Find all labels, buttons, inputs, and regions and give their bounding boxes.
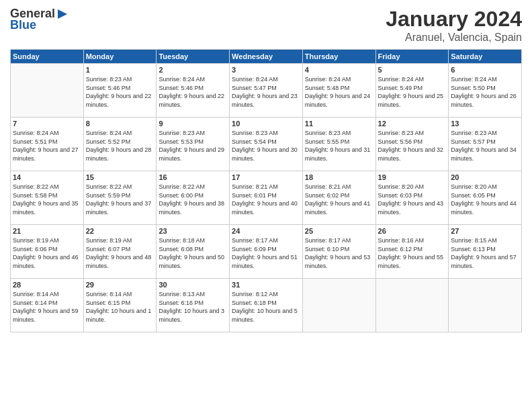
day-number: 23 (159, 227, 227, 235)
day-info: Sunrise: 8:24 AMSunset: 5:48 PMDaylight:… (305, 75, 373, 109)
table-row: 11Sunrise: 8:23 AMSunset: 5:55 PMDayligh… (302, 118, 375, 171)
day-number: 7 (13, 120, 81, 128)
calendar-week-row: 1Sunrise: 8:23 AMSunset: 5:46 PMDaylight… (11, 64, 522, 118)
day-info: Sunrise: 8:24 AMSunset: 5:49 PMDaylight:… (378, 75, 447, 109)
day-info: Sunrise: 8:15 AMSunset: 6:13 PMDaylight:… (451, 236, 519, 270)
day-info: Sunrise: 8:24 AMSunset: 5:51 PMDaylight:… (13, 129, 81, 163)
title-block: January 2024 Aranuel, Valencia, Spain (386, 7, 522, 44)
day-info: Sunrise: 8:23 AMSunset: 5:57 PMDaylight:… (451, 129, 519, 163)
table-row (302, 279, 375, 332)
table-row: 7Sunrise: 8:24 AMSunset: 5:51 PMDaylight… (11, 118, 84, 171)
table-row: 14Sunrise: 8:22 AMSunset: 5:58 PMDayligh… (11, 171, 84, 225)
day-number: 1 (86, 66, 154, 74)
location: Aranuel, Valencia, Spain (386, 32, 522, 44)
day-info: Sunrise: 8:19 AMSunset: 6:07 PMDaylight:… (86, 236, 154, 270)
header-wednesday: Wednesday (230, 50, 303, 64)
day-info: Sunrise: 8:19 AMSunset: 6:06 PMDaylight:… (13, 236, 81, 270)
day-number: 17 (232, 173, 300, 181)
day-info: Sunrise: 8:17 AMSunset: 6:10 PMDaylight:… (305, 236, 373, 270)
table-row: 9Sunrise: 8:23 AMSunset: 5:53 PMDaylight… (157, 118, 230, 171)
calendar-week-row: 7Sunrise: 8:24 AMSunset: 5:51 PMDaylight… (11, 118, 522, 171)
table-row: 16Sunrise: 8:22 AMSunset: 6:00 PMDayligh… (157, 171, 230, 225)
table-row: 19Sunrise: 8:20 AMSunset: 6:03 PMDayligh… (375, 171, 449, 225)
table-row: 20Sunrise: 8:20 AMSunset: 6:05 PMDayligh… (449, 171, 522, 225)
table-row: 1Sunrise: 8:23 AMSunset: 5:46 PMDaylight… (83, 64, 157, 118)
day-number: 2 (159, 66, 227, 74)
day-number: 9 (159, 120, 227, 128)
day-info: Sunrise: 8:20 AMSunset: 6:05 PMDaylight:… (451, 183, 519, 216)
day-number: 22 (86, 227, 154, 235)
day-number: 30 (159, 281, 227, 289)
table-row: 27Sunrise: 8:15 AMSunset: 6:13 PMDayligh… (449, 225, 522, 279)
day-info: Sunrise: 8:17 AMSunset: 6:09 PMDaylight:… (232, 236, 300, 270)
day-number: 28 (13, 281, 81, 289)
day-info: Sunrise: 8:22 AMSunset: 6:00 PMDaylight:… (159, 183, 227, 216)
table-row: 25Sunrise: 8:17 AMSunset: 6:10 PMDayligh… (302, 225, 375, 279)
day-info: Sunrise: 8:16 AMSunset: 6:12 PMDaylight:… (378, 236, 447, 270)
table-row: 8Sunrise: 8:24 AMSunset: 5:52 PMDaylight… (83, 118, 157, 171)
table-row: 22Sunrise: 8:19 AMSunset: 6:07 PMDayligh… (83, 225, 157, 279)
day-info: Sunrise: 8:24 AMSunset: 5:46 PMDaylight:… (159, 75, 227, 109)
day-number: 21 (13, 227, 81, 235)
day-info: Sunrise: 8:23 AMSunset: 5:55 PMDaylight:… (305, 129, 373, 163)
calendar-table: Sunday Monday Tuesday Wednesday Thursday… (10, 49, 522, 332)
day-info: Sunrise: 8:24 AMSunset: 5:50 PMDaylight:… (451, 75, 519, 109)
day-info: Sunrise: 8:23 AMSunset: 5:46 PMDaylight:… (86, 75, 154, 109)
logo: General Blue (10, 7, 69, 32)
table-row: 5Sunrise: 8:24 AMSunset: 5:49 PMDaylight… (375, 64, 449, 118)
day-number: 16 (159, 173, 227, 181)
table-row: 17Sunrise: 8:21 AMSunset: 6:01 PMDayligh… (230, 171, 303, 225)
day-info: Sunrise: 8:20 AMSunset: 6:03 PMDaylight:… (378, 183, 447, 216)
table-row: 18Sunrise: 8:21 AMSunset: 6:02 PMDayligh… (302, 171, 375, 225)
svg-marker-0 (58, 9, 67, 19)
calendar-header-row: Sunday Monday Tuesday Wednesday Thursday… (11, 50, 522, 64)
table-row: 13Sunrise: 8:23 AMSunset: 5:57 PMDayligh… (449, 118, 522, 171)
header-friday: Friday (375, 50, 449, 64)
table-row: 28Sunrise: 8:14 AMSunset: 6:14 PMDayligh… (11, 279, 84, 332)
day-info: Sunrise: 8:23 AMSunset: 5:56 PMDaylight:… (378, 129, 447, 163)
day-number: 20 (451, 173, 519, 181)
day-number: 24 (232, 227, 300, 235)
table-row: 21Sunrise: 8:19 AMSunset: 6:06 PMDayligh… (11, 225, 84, 279)
logo-blue: Blue (10, 18, 69, 32)
header-monday: Monday (83, 50, 157, 64)
header-tuesday: Tuesday (157, 50, 230, 64)
calendar-week-row: 28Sunrise: 8:14 AMSunset: 6:14 PMDayligh… (11, 279, 522, 332)
table-row: 30Sunrise: 8:13 AMSunset: 6:16 PMDayligh… (157, 279, 230, 332)
day-info: Sunrise: 8:14 AMSunset: 6:15 PMDaylight:… (86, 290, 154, 324)
table-row (375, 279, 449, 332)
day-number: 31 (232, 281, 300, 289)
header-saturday: Saturday (449, 50, 522, 64)
day-info: Sunrise: 8:21 AMSunset: 6:01 PMDaylight:… (232, 183, 300, 216)
day-number: 12 (378, 120, 447, 128)
header-sunday: Sunday (11, 50, 84, 64)
day-info: Sunrise: 8:18 AMSunset: 6:08 PMDaylight:… (159, 236, 227, 270)
calendar-week-row: 21Sunrise: 8:19 AMSunset: 6:06 PMDayligh… (11, 225, 522, 279)
day-info: Sunrise: 8:13 AMSunset: 6:16 PMDaylight:… (159, 290, 227, 324)
day-number: 8 (86, 120, 154, 128)
day-number: 13 (451, 120, 519, 128)
table-row: 3Sunrise: 8:24 AMSunset: 5:47 PMDaylight… (230, 64, 303, 118)
table-row: 10Sunrise: 8:23 AMSunset: 5:54 PMDayligh… (230, 118, 303, 171)
header-thursday: Thursday (302, 50, 375, 64)
day-info: Sunrise: 8:12 AMSunset: 6:18 PMDaylight:… (232, 290, 300, 324)
day-number: 3 (232, 66, 300, 74)
day-number: 11 (305, 120, 373, 128)
day-number: 4 (305, 66, 373, 74)
day-info: Sunrise: 8:23 AMSunset: 5:53 PMDaylight:… (159, 129, 227, 163)
day-number: 6 (451, 66, 519, 74)
table-row: 12Sunrise: 8:23 AMSunset: 5:56 PMDayligh… (375, 118, 449, 171)
day-info: Sunrise: 8:14 AMSunset: 6:14 PMDaylight:… (13, 290, 81, 324)
day-info: Sunrise: 8:22 AMSunset: 5:59 PMDaylight:… (86, 183, 154, 216)
table-row (11, 64, 84, 118)
calendar-week-row: 14Sunrise: 8:22 AMSunset: 5:58 PMDayligh… (11, 171, 522, 225)
day-info: Sunrise: 8:24 AMSunset: 5:47 PMDaylight:… (232, 75, 300, 109)
table-row: 29Sunrise: 8:14 AMSunset: 6:15 PMDayligh… (83, 279, 157, 332)
day-number: 26 (378, 227, 447, 235)
table-row: 15Sunrise: 8:22 AMSunset: 5:59 PMDayligh… (83, 171, 157, 225)
table-row: 26Sunrise: 8:16 AMSunset: 6:12 PMDayligh… (375, 225, 449, 279)
table-row: 23Sunrise: 8:18 AMSunset: 6:08 PMDayligh… (157, 225, 230, 279)
table-row: 2Sunrise: 8:24 AMSunset: 5:46 PMDaylight… (157, 64, 230, 118)
day-info: Sunrise: 8:24 AMSunset: 5:52 PMDaylight:… (86, 129, 154, 163)
day-number: 15 (86, 173, 154, 181)
